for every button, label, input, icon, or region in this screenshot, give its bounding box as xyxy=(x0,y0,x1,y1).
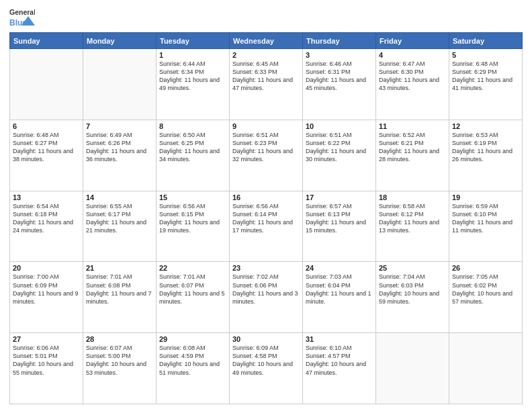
calendar-cell: 3Sunrise: 6:46 AM Sunset: 6:31 PM Daylig… xyxy=(303,49,376,120)
calendar-cell: 10Sunrise: 6:51 AM Sunset: 6:22 PM Dayli… xyxy=(303,120,376,191)
day-number: 16 xyxy=(232,193,300,201)
logo-svg: General Blue xyxy=(9,7,35,28)
day-number: 18 xyxy=(379,193,446,201)
calendar-cell: 18Sunrise: 6:58 AM Sunset: 6:12 PM Dayli… xyxy=(376,191,449,262)
calendar-cell: 6Sunrise: 6:48 AM Sunset: 6:27 PM Daylig… xyxy=(10,120,83,191)
calendar-cell: 24Sunrise: 7:03 AM Sunset: 6:04 PM Dayli… xyxy=(303,262,376,333)
calendar-week-3: 13Sunrise: 6:54 AM Sunset: 6:18 PM Dayli… xyxy=(10,191,523,262)
day-number: 20 xyxy=(13,264,80,272)
day-number: 15 xyxy=(159,193,226,201)
day-number: 21 xyxy=(86,264,153,272)
svg-text:General: General xyxy=(9,8,35,16)
calendar-cell: 2Sunrise: 6:45 AM Sunset: 6:33 PM Daylig… xyxy=(230,49,303,120)
day-number: 24 xyxy=(306,264,373,272)
day-number: 29 xyxy=(159,335,226,343)
calendar-cell: 8Sunrise: 6:50 AM Sunset: 6:25 PM Daylig… xyxy=(157,120,230,191)
calendar-week-1: 1Sunrise: 6:44 AM Sunset: 6:34 PM Daylig… xyxy=(10,49,523,120)
day-number: 19 xyxy=(452,193,519,201)
day-number: 17 xyxy=(306,193,373,201)
cell-info: Sunrise: 7:00 AM Sunset: 6:09 PM Dayligh… xyxy=(13,273,80,306)
cell-info: Sunrise: 6:57 AM Sunset: 6:13 PM Dayligh… xyxy=(306,202,373,235)
cell-info: Sunrise: 6:09 AM Sunset: 4:58 PM Dayligh… xyxy=(232,344,300,377)
calendar-cell: 4Sunrise: 6:47 AM Sunset: 6:30 PM Daylig… xyxy=(376,49,449,120)
cell-info: Sunrise: 7:03 AM Sunset: 6:04 PM Dayligh… xyxy=(306,273,373,306)
day-number: 11 xyxy=(379,122,446,130)
svg-text:Blue: Blue xyxy=(9,18,27,28)
cell-info: Sunrise: 6:45 AM Sunset: 6:33 PM Dayligh… xyxy=(232,60,300,93)
calendar-cell: 15Sunrise: 6:56 AM Sunset: 6:15 PM Dayli… xyxy=(157,191,230,262)
calendar-cell: 26Sunrise: 7:05 AM Sunset: 6:02 PM Dayli… xyxy=(449,262,523,333)
calendar-cell: 7Sunrise: 6:49 AM Sunset: 6:26 PM Daylig… xyxy=(83,120,157,191)
calendar-cell: 21Sunrise: 7:01 AM Sunset: 6:08 PM Dayli… xyxy=(83,262,157,333)
cell-info: Sunrise: 6:08 AM Sunset: 4:59 PM Dayligh… xyxy=(159,344,226,377)
cell-info: Sunrise: 6:49 AM Sunset: 6:26 PM Dayligh… xyxy=(86,131,153,164)
cell-info: Sunrise: 6:06 AM Sunset: 5:01 PM Dayligh… xyxy=(13,344,80,377)
day-number: 8 xyxy=(159,122,226,130)
calendar-week-4: 20Sunrise: 7:00 AM Sunset: 6:09 PM Dayli… xyxy=(10,262,523,333)
cell-info: Sunrise: 6:52 AM Sunset: 6:21 PM Dayligh… xyxy=(379,131,446,164)
day-number: 25 xyxy=(379,264,446,272)
calendar-week-2: 6Sunrise: 6:48 AM Sunset: 6:27 PM Daylig… xyxy=(10,120,523,191)
cell-info: Sunrise: 7:01 AM Sunset: 6:07 PM Dayligh… xyxy=(159,273,226,306)
cell-info: Sunrise: 6:55 AM Sunset: 6:17 PM Dayligh… xyxy=(86,202,153,235)
calendar-cell: 30Sunrise: 6:09 AM Sunset: 4:58 PM Dayli… xyxy=(230,333,303,404)
cell-info: Sunrise: 6:51 AM Sunset: 6:23 PM Dayligh… xyxy=(232,131,300,164)
day-number: 1 xyxy=(159,51,226,59)
cell-info: Sunrise: 7:05 AM Sunset: 6:02 PM Dayligh… xyxy=(452,273,519,306)
calendar-cell: 29Sunrise: 6:08 AM Sunset: 4:59 PM Dayli… xyxy=(157,333,230,404)
weekday-monday: Monday xyxy=(83,33,157,49)
cell-info: Sunrise: 6:56 AM Sunset: 6:14 PM Dayligh… xyxy=(232,202,300,235)
day-number: 30 xyxy=(232,335,300,343)
day-number: 23 xyxy=(232,264,300,272)
page-container: General Blue SundayMondayTuesdayWednesda… xyxy=(0,0,532,411)
day-number: 6 xyxy=(13,122,80,130)
cell-info: Sunrise: 6:48 AM Sunset: 6:29 PM Dayligh… xyxy=(452,60,519,93)
cell-info: Sunrise: 7:02 AM Sunset: 6:06 PM Dayligh… xyxy=(232,273,300,306)
calendar-cell xyxy=(10,49,83,120)
cell-info: Sunrise: 6:54 AM Sunset: 6:18 PM Dayligh… xyxy=(13,202,80,235)
calendar-cell: 5Sunrise: 6:48 AM Sunset: 6:29 PM Daylig… xyxy=(449,49,523,120)
calendar-cell: 1Sunrise: 6:44 AM Sunset: 6:34 PM Daylig… xyxy=(157,49,230,120)
weekday-thursday: Thursday xyxy=(303,33,376,49)
weekday-sunday: Sunday xyxy=(10,33,83,49)
calendar-cell: 13Sunrise: 6:54 AM Sunset: 6:18 PM Dayli… xyxy=(10,191,83,262)
calendar-cell xyxy=(376,333,449,404)
calendar-cell: 25Sunrise: 7:04 AM Sunset: 6:03 PM Dayli… xyxy=(376,262,449,333)
calendar-cell: 27Sunrise: 6:06 AM Sunset: 5:01 PM Dayli… xyxy=(10,333,83,404)
day-number: 27 xyxy=(13,335,80,343)
calendar-cell: 28Sunrise: 6:07 AM Sunset: 5:00 PM Dayli… xyxy=(83,333,157,404)
calendar-cell: 17Sunrise: 6:57 AM Sunset: 6:13 PM Dayli… xyxy=(303,191,376,262)
calendar-cell: 12Sunrise: 6:53 AM Sunset: 6:19 PM Dayli… xyxy=(449,120,523,191)
day-number: 31 xyxy=(306,335,373,343)
calendar-cell: 31Sunrise: 6:10 AM Sunset: 4:57 PM Dayli… xyxy=(303,333,376,404)
calendar-cell: 23Sunrise: 7:02 AM Sunset: 6:06 PM Dayli… xyxy=(230,262,303,333)
cell-info: Sunrise: 7:04 AM Sunset: 6:03 PM Dayligh… xyxy=(379,273,446,306)
weekday-tuesday: Tuesday xyxy=(157,33,230,49)
cell-info: Sunrise: 6:44 AM Sunset: 6:34 PM Dayligh… xyxy=(159,60,226,93)
calendar-cell: 9Sunrise: 6:51 AM Sunset: 6:23 PM Daylig… xyxy=(230,120,303,191)
calendar-cell: 14Sunrise: 6:55 AM Sunset: 6:17 PM Dayli… xyxy=(83,191,157,262)
logo: General Blue xyxy=(9,7,35,28)
cell-info: Sunrise: 7:01 AM Sunset: 6:08 PM Dayligh… xyxy=(86,273,153,306)
weekday-wednesday: Wednesday xyxy=(230,33,303,49)
cell-info: Sunrise: 6:47 AM Sunset: 6:30 PM Dayligh… xyxy=(379,60,446,93)
calendar-week-5: 27Sunrise: 6:06 AM Sunset: 5:01 PM Dayli… xyxy=(10,333,523,404)
day-number: 10 xyxy=(306,122,373,130)
calendar-cell: 22Sunrise: 7:01 AM Sunset: 6:07 PM Dayli… xyxy=(157,262,230,333)
calendar-cell: 11Sunrise: 6:52 AM Sunset: 6:21 PM Dayli… xyxy=(376,120,449,191)
cell-info: Sunrise: 6:56 AM Sunset: 6:15 PM Dayligh… xyxy=(159,202,226,235)
weekday-header-row: SundayMondayTuesdayWednesdayThursdayFrid… xyxy=(10,33,523,49)
cell-info: Sunrise: 6:48 AM Sunset: 6:27 PM Dayligh… xyxy=(13,131,80,164)
calendar-cell: 19Sunrise: 6:59 AM Sunset: 6:10 PM Dayli… xyxy=(449,191,523,262)
day-number: 4 xyxy=(379,51,446,59)
cell-info: Sunrise: 6:51 AM Sunset: 6:22 PM Dayligh… xyxy=(306,131,373,164)
cell-info: Sunrise: 6:58 AM Sunset: 6:12 PM Dayligh… xyxy=(379,202,446,235)
cell-info: Sunrise: 6:50 AM Sunset: 6:25 PM Dayligh… xyxy=(159,131,226,164)
day-number: 14 xyxy=(86,193,153,201)
header: General Blue xyxy=(9,7,523,28)
day-number: 5 xyxy=(452,51,519,59)
day-number: 13 xyxy=(13,193,80,201)
cell-info: Sunrise: 6:53 AM Sunset: 6:19 PM Dayligh… xyxy=(452,131,519,164)
calendar-cell: 20Sunrise: 7:00 AM Sunset: 6:09 PM Dayli… xyxy=(10,262,83,333)
calendar-table: SundayMondayTuesdayWednesdayThursdayFrid… xyxy=(9,32,523,404)
